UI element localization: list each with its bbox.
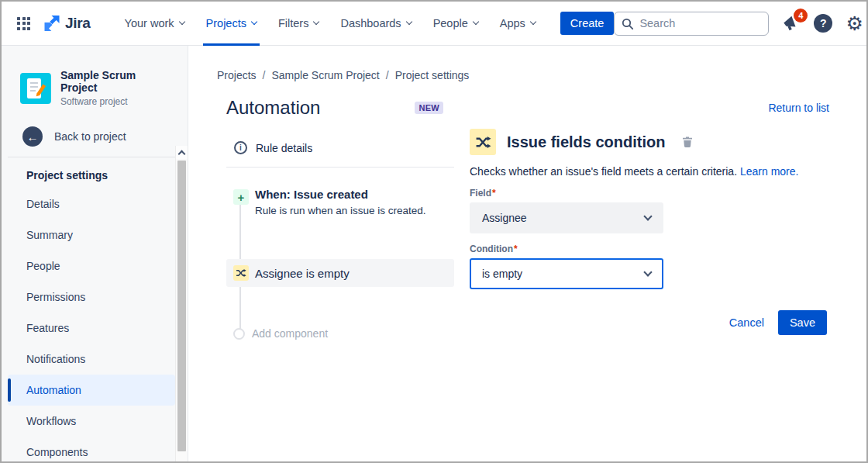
selected-indicator-bar: [8, 378, 11, 402]
sidebar-item-features[interactable]: Features: [2, 313, 188, 344]
nav-filters[interactable]: Filters: [267, 2, 329, 46]
sidebar-item-label: Details: [26, 198, 60, 210]
chevron-down-icon: [643, 212, 652, 220]
panel-header: Issue fields condition: [470, 129, 827, 155]
nav-projects[interactable]: Projects: [195, 2, 267, 46]
condition-label: Condition*: [470, 244, 827, 254]
main-content: Projects / Sample Scrum Project / Projec…: [189, 46, 866, 461]
info-icon: i: [234, 141, 247, 154]
sidebar-item-label: Summary: [26, 229, 73, 241]
rule-builder: i Rule details + When: Issue created Rul…: [189, 129, 866, 423]
breadcrumb: Projects / Sample Scrum Project / Projec…: [217, 67, 866, 82]
notification-badge: 4: [794, 9, 808, 22]
chevron-down-icon: [643, 268, 652, 276]
settings-button[interactable]: ⚙: [846, 14, 863, 33]
project-avatar-icon: [20, 73, 51, 104]
chevron-down-icon: [530, 19, 536, 25]
trigger-subtitle: Rule is run when an issue is created.: [255, 205, 426, 216]
sidebar-item-summary[interactable]: Summary: [2, 219, 188, 251]
app-switcher-icon[interactable]: [17, 17, 30, 30]
cancel-button[interactable]: Cancel: [720, 311, 773, 334]
sidebar-item-automation[interactable]: Automation: [8, 375, 175, 406]
search-input[interactable]: [614, 12, 769, 36]
breadcrumb-project-name[interactable]: Sample Scrum Project: [271, 69, 379, 81]
condition-component-row[interactable]: Assignee is empty: [226, 259, 454, 287]
nav-apps-label: Apps: [500, 17, 525, 29]
page-title-row: Automation NEW Return to list: [226, 94, 829, 122]
chevron-down-icon: [251, 19, 257, 25]
help-button[interactable]: ?: [814, 14, 832, 33]
nav-filters-label: Filters: [278, 17, 308, 29]
trigger-title: When: Issue created: [255, 188, 426, 201]
field-select[interactable]: Assignee: [470, 202, 663, 233]
sidebar-item-notifications[interactable]: Notifications: [2, 344, 188, 375]
condition-title: Assignee is empty: [255, 267, 350, 280]
save-button[interactable]: Save: [778, 310, 827, 335]
chevron-down-icon: [405, 19, 412, 25]
project-sidebar: Sample Scrum Project Software project ← …: [2, 46, 188, 461]
add-component-circle-icon: [233, 328, 245, 340]
trash-icon: [681, 136, 694, 148]
help-icon: ?: [814, 14, 832, 33]
delete-component-button[interactable]: [681, 136, 694, 148]
trigger-plus-icon: +: [233, 189, 249, 205]
create-button[interactable]: Create: [560, 12, 615, 35]
chevron-up-icon: [178, 150, 186, 158]
condition-select[interactable]: is empty: [470, 258, 663, 289]
page-title: Automation: [226, 97, 320, 119]
sidebar-item-label: People: [26, 260, 60, 272]
add-component-row[interactable]: Add component: [233, 327, 328, 340]
nav-apps[interactable]: Apps: [489, 2, 546, 46]
trigger-component-row[interactable]: + When: Issue created Rule is run when a…: [233, 188, 426, 216]
breadcrumb-separator: /: [263, 69, 266, 81]
back-arrow-icon: ←: [22, 126, 43, 147]
jira-app-window: Jira Your work Projects Filters Dashboar…: [0, 0, 868, 463]
scrollbar-thumb[interactable]: [177, 161, 186, 451]
scrollbar-up-button[interactable]: [176, 146, 188, 159]
project-name: Sample Scrum Project: [60, 69, 175, 94]
project-settings-menu: Details Summary People Permissions Featu…: [2, 188, 188, 463]
sidebar-item-label: Features: [26, 322, 69, 334]
nav-dashboards[interactable]: Dashboards: [329, 2, 422, 46]
jira-logo[interactable]: Jira: [43, 14, 91, 33]
sidebar-section-title: Project settings: [2, 157, 188, 181]
jira-mark-icon: [43, 14, 61, 33]
nav-people[interactable]: People: [422, 2, 489, 46]
sidebar-item-workflows[interactable]: Workflows: [2, 406, 188, 437]
sidebar-item-details[interactable]: Details: [2, 188, 188, 219]
project-type: Software project: [60, 96, 175, 107]
condition-detail-panel: Issue fields condition Checks whether an…: [470, 129, 827, 335]
rule-divider: [226, 167, 454, 168]
project-header: Sample Scrum Project Software project: [2, 46, 188, 107]
learn-more-link[interactable]: Learn more.: [740, 165, 798, 178]
rule-details-row[interactable]: i Rule details: [234, 141, 312, 154]
topnav-icons: 4 ? ⚙ NV: [781, 12, 868, 34]
chevron-down-icon: [178, 19, 184, 25]
sidebar-item-people[interactable]: People: [2, 251, 188, 282]
sidebar-item-components[interactable]: Components: [2, 437, 188, 463]
sidebar-scrollbar[interactable]: [175, 146, 188, 461]
sidebar-item-permissions[interactable]: Permissions: [2, 282, 188, 313]
breadcrumb-projects[interactable]: Projects: [217, 69, 257, 81]
notifications-button[interactable]: 4: [781, 14, 801, 33]
panel-description: Checks whether an issue's field meets a …: [470, 165, 827, 178]
nav-projects-label: Projects: [206, 17, 246, 29]
panel-description-text: Checks whether an issue's field meets a …: [470, 165, 737, 178]
search-container: [614, 12, 769, 36]
chevron-down-icon: [313, 19, 319, 25]
top-navigation-bar: Jira Your work Projects Filters Dashboar…: [2, 2, 866, 46]
search-icon: [622, 18, 634, 30]
sidebar-item-label: Notifications: [26, 353, 85, 365]
return-to-list-link[interactable]: Return to list: [768, 102, 829, 114]
nav-your-work-label: Your work: [125, 17, 174, 29]
nav-your-work[interactable]: Your work: [114, 2, 195, 46]
chevron-down-icon: [473, 19, 479, 25]
sidebar-item-label: Permissions: [26, 291, 85, 303]
shuffle-icon: [233, 265, 249, 281]
sidebar-item-label: Automation: [26, 384, 81, 396]
back-to-project-link[interactable]: ← Back to project: [2, 107, 188, 147]
field-label-text: Field: [470, 188, 491, 199]
rule-details-label: Rule details: [256, 142, 312, 154]
breadcrumb-project-settings[interactable]: Project settings: [395, 69, 470, 81]
field-select-value: Assignee: [482, 212, 527, 224]
